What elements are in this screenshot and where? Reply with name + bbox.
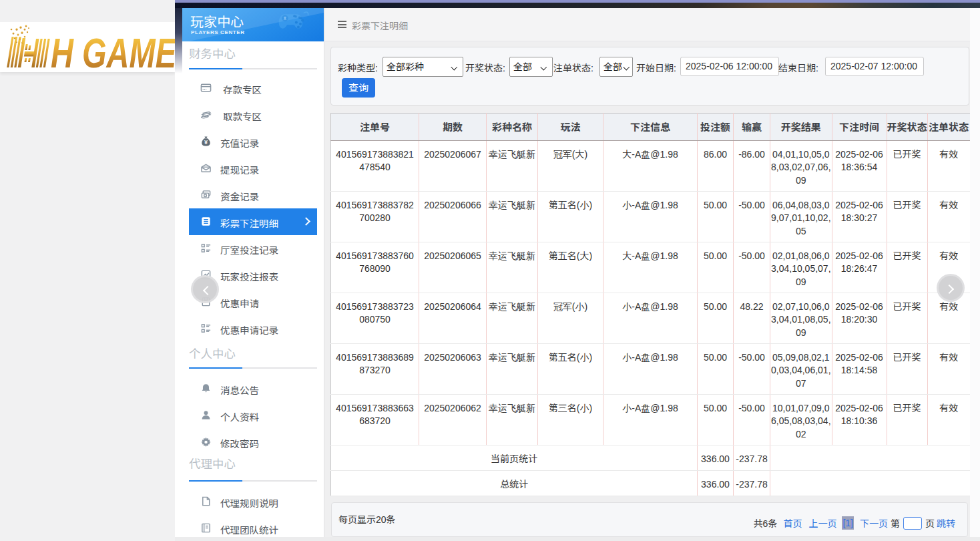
svg-text:¥: ¥: [204, 139, 208, 146]
svg-text:H GAME: H GAME: [51, 29, 175, 72]
